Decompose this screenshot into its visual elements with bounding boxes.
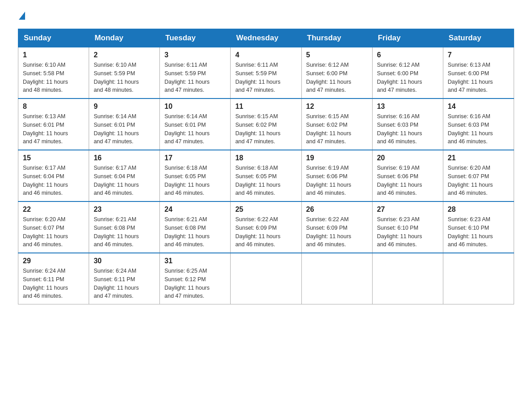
day-number: 7: [448, 51, 509, 59]
day-info: Sunrise: 6:18 AMSunset: 6:05 PMDaylight:…: [235, 164, 296, 197]
day-info: Sunrise: 6:16 AMSunset: 6:03 PMDaylight:…: [377, 112, 438, 146]
calendar-week-row: 29Sunrise: 6:24 AMSunset: 6:11 PMDayligh…: [18, 253, 514, 304]
day-number: 13: [377, 103, 438, 111]
day-number: 12: [306, 103, 368, 111]
day-number: 8: [23, 103, 84, 111]
calendar-cell: 17Sunrise: 6:18 AMSunset: 6:05 PMDayligh…: [160, 150, 231, 201]
day-info: Sunrise: 6:12 AMSunset: 6:00 PMDaylight:…: [306, 61, 368, 94]
calendar-cell: 27Sunrise: 6:23 AMSunset: 6:10 PMDayligh…: [372, 201, 443, 253]
calendar-cell: 12Sunrise: 6:15 AMSunset: 6:02 PMDayligh…: [301, 98, 372, 150]
day-info: Sunrise: 6:20 AMSunset: 6:07 PMDaylight:…: [23, 215, 84, 249]
logo: [18, 13, 25, 20]
calendar-cell: [372, 253, 443, 304]
day-number: 25: [235, 206, 296, 214]
calendar-cell: 30Sunrise: 6:24 AMSunset: 6:11 PMDayligh…: [89, 253, 160, 304]
day-info: Sunrise: 6:19 AMSunset: 6:06 PMDaylight:…: [306, 164, 368, 197]
day-number: 17: [164, 154, 226, 162]
day-number: 11: [235, 103, 296, 111]
calendar-week-row: 8Sunrise: 6:13 AMSunset: 6:01 PMDaylight…: [18, 98, 514, 150]
day-number: 29: [23, 257, 84, 265]
calendar-cell: 26Sunrise: 6:22 AMSunset: 6:09 PMDayligh…: [301, 201, 372, 253]
day-info: Sunrise: 6:13 AMSunset: 6:00 PMDaylight:…: [448, 61, 509, 94]
calendar-cell: 28Sunrise: 6:23 AMSunset: 6:10 PMDayligh…: [443, 201, 514, 253]
day-number: 15: [23, 154, 84, 162]
calendar-cell: 15Sunrise: 6:17 AMSunset: 6:04 PMDayligh…: [18, 150, 89, 201]
day-header-tuesday: Tuesday: [160, 29, 231, 47]
day-number: 14: [448, 103, 509, 111]
day-info: Sunrise: 6:24 AMSunset: 6:11 PMDaylight:…: [23, 267, 84, 300]
day-info: Sunrise: 6:15 AMSunset: 6:02 PMDaylight:…: [235, 112, 296, 146]
day-number: 16: [94, 154, 155, 162]
calendar-cell: 7Sunrise: 6:13 AMSunset: 6:00 PMDaylight…: [443, 47, 514, 99]
day-info: Sunrise: 6:16 AMSunset: 6:03 PMDaylight:…: [448, 112, 509, 146]
day-info: Sunrise: 6:17 AMSunset: 6:04 PMDaylight:…: [94, 164, 155, 197]
day-info: Sunrise: 6:20 AMSunset: 6:07 PMDaylight:…: [448, 164, 509, 197]
day-number: 3: [164, 51, 226, 59]
calendar-cell: 4Sunrise: 6:11 AMSunset: 5:59 PMDaylight…: [231, 47, 301, 99]
calendar-cell: 8Sunrise: 6:13 AMSunset: 6:01 PMDaylight…: [18, 98, 89, 150]
day-info: Sunrise: 6:22 AMSunset: 6:09 PMDaylight:…: [235, 215, 296, 249]
day-info: Sunrise: 6:21 AMSunset: 6:08 PMDaylight:…: [94, 215, 155, 249]
calendar-week-row: 22Sunrise: 6:20 AMSunset: 6:07 PMDayligh…: [18, 201, 514, 253]
calendar-cell: 13Sunrise: 6:16 AMSunset: 6:03 PMDayligh…: [372, 98, 443, 150]
calendar-cell: 9Sunrise: 6:14 AMSunset: 6:01 PMDaylight…: [89, 98, 160, 150]
calendar-cell: 1Sunrise: 6:10 AMSunset: 5:58 PMDaylight…: [18, 47, 89, 99]
calendar-header-row: SundayMondayTuesdayWednesdayThursdayFrid…: [18, 29, 514, 47]
calendar-cell: 16Sunrise: 6:17 AMSunset: 6:04 PMDayligh…: [89, 150, 160, 201]
day-info: Sunrise: 6:23 AMSunset: 6:10 PMDaylight:…: [377, 215, 438, 249]
day-info: Sunrise: 6:14 AMSunset: 6:01 PMDaylight:…: [164, 112, 226, 146]
calendar-week-row: 15Sunrise: 6:17 AMSunset: 6:04 PMDayligh…: [18, 150, 514, 201]
day-info: Sunrise: 6:11 AMSunset: 5:59 PMDaylight:…: [235, 61, 296, 94]
calendar-cell: 23Sunrise: 6:21 AMSunset: 6:08 PMDayligh…: [89, 201, 160, 253]
day-header-saturday: Saturday: [443, 29, 514, 47]
day-number: 26: [306, 206, 368, 214]
day-info: Sunrise: 6:12 AMSunset: 6:00 PMDaylight:…: [377, 61, 438, 94]
calendar-cell: 6Sunrise: 6:12 AMSunset: 6:00 PMDaylight…: [372, 47, 443, 99]
calendar-cell: [301, 253, 372, 304]
day-number: 5: [306, 51, 368, 59]
calendar-cell: 14Sunrise: 6:16 AMSunset: 6:03 PMDayligh…: [443, 98, 514, 150]
logo-blue-part: [18, 13, 25, 20]
day-number: 1: [23, 51, 84, 59]
day-info: Sunrise: 6:22 AMSunset: 6:09 PMDaylight:…: [306, 215, 368, 249]
calendar-cell: 31Sunrise: 6:25 AMSunset: 6:12 PMDayligh…: [160, 253, 231, 304]
calendar-cell: 29Sunrise: 6:24 AMSunset: 6:11 PMDayligh…: [18, 253, 89, 304]
calendar-cell: 24Sunrise: 6:21 AMSunset: 6:08 PMDayligh…: [160, 201, 231, 253]
day-info: Sunrise: 6:21 AMSunset: 6:08 PMDaylight:…: [164, 215, 226, 249]
calendar-cell: 22Sunrise: 6:20 AMSunset: 6:07 PMDayligh…: [18, 201, 89, 253]
day-header-thursday: Thursday: [301, 29, 372, 47]
page-header: [18, 13, 514, 20]
calendar-cell: 2Sunrise: 6:10 AMSunset: 5:59 PMDaylight…: [89, 47, 160, 99]
logo-arrow-icon: [19, 12, 25, 20]
calendar-cell: 25Sunrise: 6:22 AMSunset: 6:09 PMDayligh…: [231, 201, 301, 253]
day-info: Sunrise: 6:17 AMSunset: 6:04 PMDaylight:…: [23, 164, 84, 197]
day-header-monday: Monday: [89, 29, 160, 47]
calendar-cell: 3Sunrise: 6:11 AMSunset: 5:59 PMDaylight…: [160, 47, 231, 99]
day-info: Sunrise: 6:23 AMSunset: 6:10 PMDaylight:…: [448, 215, 509, 249]
day-number: 31: [164, 257, 226, 265]
day-number: 24: [164, 206, 226, 214]
day-number: 10: [164, 103, 226, 111]
day-header-wednesday: Wednesday: [231, 29, 301, 47]
calendar-cell: 21Sunrise: 6:20 AMSunset: 6:07 PMDayligh…: [443, 150, 514, 201]
day-number: 28: [448, 206, 509, 214]
calendar-cell: 20Sunrise: 6:19 AMSunset: 6:06 PMDayligh…: [372, 150, 443, 201]
calendar-cell: 19Sunrise: 6:19 AMSunset: 6:06 PMDayligh…: [301, 150, 372, 201]
day-number: 4: [235, 51, 296, 59]
calendar-cell: 10Sunrise: 6:14 AMSunset: 6:01 PMDayligh…: [160, 98, 231, 150]
day-info: Sunrise: 6:11 AMSunset: 5:59 PMDaylight:…: [164, 61, 226, 94]
day-info: Sunrise: 6:13 AMSunset: 6:01 PMDaylight:…: [23, 112, 84, 146]
day-info: Sunrise: 6:18 AMSunset: 6:05 PMDaylight:…: [164, 164, 226, 197]
day-number: 19: [306, 154, 368, 162]
day-number: 23: [94, 206, 155, 214]
day-info: Sunrise: 6:10 AMSunset: 5:59 PMDaylight:…: [94, 61, 155, 94]
day-header-friday: Friday: [372, 29, 443, 47]
day-info: Sunrise: 6:14 AMSunset: 6:01 PMDaylight:…: [94, 112, 155, 146]
day-number: 22: [23, 206, 84, 214]
day-number: 9: [94, 103, 155, 111]
day-number: 27: [377, 206, 438, 214]
day-number: 18: [235, 154, 296, 162]
day-info: Sunrise: 6:15 AMSunset: 6:02 PMDaylight:…: [306, 112, 368, 146]
calendar-cell: 11Sunrise: 6:15 AMSunset: 6:02 PMDayligh…: [231, 98, 301, 150]
day-number: 6: [377, 51, 438, 59]
